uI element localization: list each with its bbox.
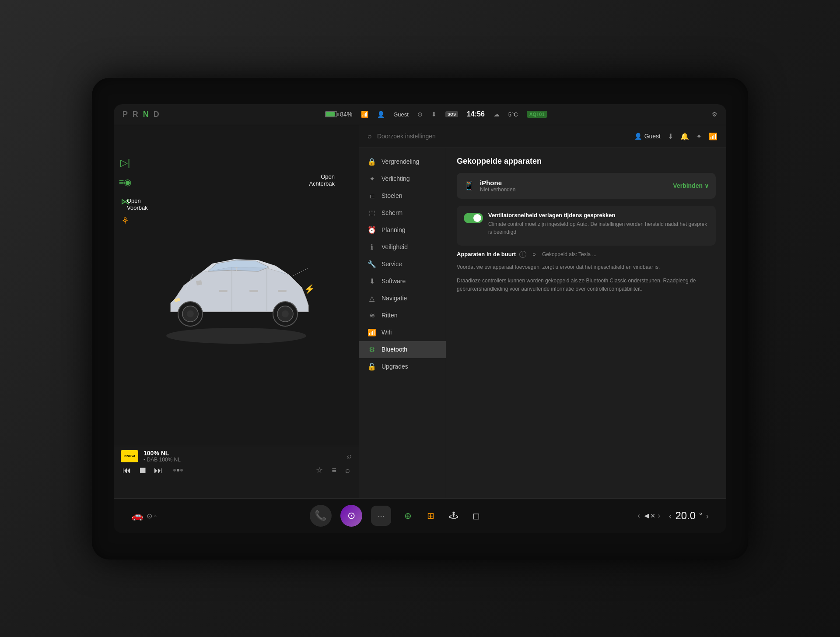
nav-label-planning: Planning <box>382 226 406 233</box>
nav-label-bluetooth: Bluetooth <box>382 346 407 353</box>
circle-icon-nearby: ○ <box>532 251 536 257</box>
nav-upgrades[interactable]: 🔓 Upgrades <box>359 358 446 375</box>
prev-track-btn[interactable]: ⏮ <box>122 465 131 475</box>
nav-label-vergrendeling: Vergrendeling <box>382 158 419 165</box>
favorite-btn[interactable]: ☆ <box>316 465 323 475</box>
volume-icon[interactable]: ◄× <box>643 511 655 521</box>
signal-icon[interactable]: 📶 <box>709 132 718 141</box>
status-icon-settings: ⊙ <box>417 111 423 118</box>
wifi-nav-icon: 📶 <box>368 328 376 337</box>
phone-btn[interactable]: 📞 <box>310 505 332 527</box>
left-panel: ▷| ≡◉ ⋈ ⚘ <box>114 125 359 498</box>
app-icons: ⊕ ⊞ 🕹 ◻ <box>400 507 485 524</box>
svg-text:T: T <box>234 267 238 273</box>
nav-verlichting[interactable]: ✦ Verlichting <box>359 170 446 187</box>
status-center: 84% 📶 👤 Guest ⊙ ⬇ SOS 14:56 ☁ 5°C AQI 01 <box>168 110 705 118</box>
svg-line-15 <box>293 268 308 276</box>
search-media-btn[interactable]: ⌕ <box>345 466 350 475</box>
toggle-text: Ventilatorsnelheid verlagen tijdens gesp… <box>488 212 709 236</box>
dots-btn[interactable]: ··· <box>371 506 391 526</box>
settings-search-input[interactable] <box>377 133 629 140</box>
iphone-device-card: 📱 iPhone Niet verbonden Verbinden ∨ <box>457 173 716 199</box>
right-panel: ⌕ 👤 Guest ⬇ 🔔 ✦ 📶 <box>359 125 726 498</box>
car-view: T ⚡ Open Voorbak <box>114 125 359 446</box>
settings-icon-right[interactable]: ⚙ <box>712 111 718 118</box>
media-search-btn[interactable]: ⌕ <box>347 451 352 461</box>
status-icon-person: 👤 <box>377 111 385 118</box>
settings-content: 🔒 Vergrendeling ✦ Verlichting ⊏ Stoelen <box>359 148 726 498</box>
temp-unit: ° <box>699 511 702 521</box>
tesla-car-image: T ⚡ <box>144 224 328 347</box>
media-actions: ☆ ≡ ⌕ <box>316 465 350 475</box>
bluetooth-icon-top[interactable]: ✦ <box>696 132 702 141</box>
svg-point-8 <box>187 310 194 317</box>
steering-label: ○ <box>154 514 157 518</box>
media-info: INNOVA 100% NL ▪ DAB 100% NL ⌕ <box>121 450 352 463</box>
software-icon: ⬇ <box>368 277 376 285</box>
upgrades-icon: 🔓 <box>368 362 376 371</box>
grid-app-icon[interactable]: ⊞ <box>423 507 439 524</box>
nav-scherm[interactable]: ⬚ Scherm <box>359 204 446 222</box>
device-name: iPhone <box>480 179 668 187</box>
nav-label-stoelen: Stoelen <box>382 192 402 199</box>
status-icon-sos: SOS <box>445 111 458 117</box>
settings-user-label: 👤 Guest <box>634 133 661 140</box>
fan-app-icon[interactable]: ⊕ <box>400 507 416 524</box>
search-icon: ⌕ <box>368 132 372 140</box>
nav-wifi[interactable]: 📶 Wifi <box>359 324 446 341</box>
nav-ritten[interactable]: ≋ Ritten <box>359 307 446 324</box>
equalizer-btn[interactable]: ≡ <box>332 466 336 475</box>
chevron-left-vol[interactable]: ‹ <box>638 512 640 520</box>
status-guest: Guest <box>393 111 409 118</box>
temp-down-btn[interactable]: ‹ <box>669 511 672 521</box>
paired-as-label: Gekoppeld als: Tesla ... <box>542 251 597 257</box>
nav-vergrendeling[interactable]: 🔒 Vergrendeling <box>359 153 446 170</box>
label-achterbak[interactable]: Open Achterbak <box>309 173 335 188</box>
connect-btn[interactable]: Verbinden ∨ <box>673 182 709 189</box>
next-track-btn[interactable]: ⏭ <box>154 465 163 475</box>
volume-area: ‹ ◄× › <box>638 511 660 521</box>
svg-rect-5 <box>278 290 287 292</box>
bell-icon[interactable]: 🔔 <box>680 132 689 141</box>
nav-veiligheid[interactable]: ℹ Veiligheid <box>359 239 446 256</box>
media-track: 100% NL ▪ DAB 100% NL <box>144 450 342 463</box>
label-voorbak[interactable]: Open Voorbak <box>127 197 148 212</box>
taskbar-right: ‹ ◄× › ‹ 20.0 ° › <box>638 510 709 522</box>
toggle-desc: Climate control moet zijn ingesteld op A… <box>488 220 709 236</box>
nav-label-service: Service <box>382 260 402 267</box>
nav-navigatie[interactable]: △ Navigatie <box>359 290 446 307</box>
toggle-header: Ventilatorsnelheid verlagen tijdens gesp… <box>464 212 709 236</box>
temp-up-btn[interactable]: › <box>706 511 709 521</box>
taskbar-left: 🚗 ⊙ ○ <box>131 510 157 521</box>
steering-icon: ⊙ <box>147 512 152 520</box>
service-icon: 🔧 <box>368 260 376 268</box>
info-icon-nearby[interactable]: i <box>519 251 526 258</box>
gear-d: D <box>154 110 161 119</box>
square-app-icon[interactable]: ◻ <box>468 507 485 524</box>
svg-text:⚡: ⚡ <box>304 284 315 294</box>
nav-planning[interactable]: ⏰ Planning <box>359 222 446 239</box>
svg-rect-4 <box>249 290 258 292</box>
download-icon[interactable]: ⬇ <box>668 132 673 141</box>
prnd-display: P R N D <box>122 110 161 119</box>
chevron-right-vol[interactable]: › <box>658 512 660 520</box>
nav-label-verlichting: Verlichting <box>382 175 410 182</box>
gear-p: P <box>122 110 129 119</box>
fan-speed-toggle[interactable] <box>464 213 483 223</box>
svg-point-11 <box>282 310 289 317</box>
nav-icon: △ <box>368 294 376 303</box>
car-icon-bottom[interactable]: 🚗 <box>131 510 143 521</box>
aqi-badge: AQI 01 <box>527 111 547 118</box>
taskbar-center: 📞 ⊙ ··· ⊕ ⊞ 🕹 ◻ <box>310 505 485 527</box>
nav-service[interactable]: 🔧 Service <box>359 256 446 273</box>
settings-detail: Gekoppelde apparaten 📱 iPhone Niet verbo… <box>446 148 726 498</box>
circle-app-icon[interactable]: ⊙ <box>340 505 362 527</box>
joystick-app-icon[interactable]: 🕹 <box>445 507 462 524</box>
nav-bluetooth[interactable]: ⚙ Bluetooth <box>359 341 446 358</box>
user-icon: 👤 <box>634 133 642 140</box>
nav-stoelen[interactable]: ⊏ Stoelen <box>359 187 446 204</box>
temp-display: 5°C <box>508 111 518 118</box>
stop-btn[interactable]: ⏹ <box>138 465 147 475</box>
track-source: ▪ DAB 100% NL <box>144 457 342 463</box>
nav-software[interactable]: ⬇ Software <box>359 273 446 290</box>
